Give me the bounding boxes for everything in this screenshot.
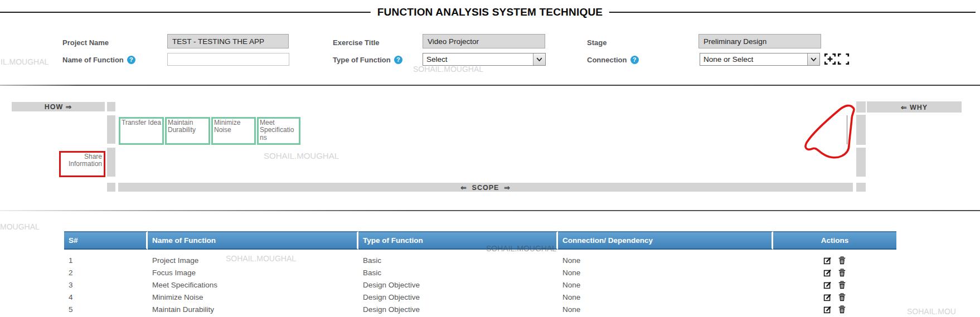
red-circle-annotation: [801, 104, 863, 160]
connection-cell: None: [558, 279, 773, 291]
name-of-function-label: Name of Function ?: [62, 56, 135, 64]
help-icon[interactable]: ?: [394, 56, 402, 64]
watermark: MOUGHAL: [0, 222, 40, 231]
add-connection-icon[interactable]: [824, 53, 836, 65]
diagram-divider: [0, 210, 980, 211]
table-row: 1 Project Image Basic None: [64, 250, 896, 266]
delete-icon[interactable]: [838, 281, 846, 289]
name-cell: Meet Specifications: [148, 279, 358, 291]
table-row: 3 Meet Specifications Design Objective N…: [64, 279, 896, 291]
table-row: 5 Maintain Durability Design Objective N…: [64, 303, 896, 315]
watermark: SOHAIL.MOUGHAL: [413, 65, 483, 74]
type-of-function-label: Type of Function ?: [333, 56, 402, 64]
name-cell: Focus Image: [148, 266, 358, 279]
delete-icon[interactable]: [838, 293, 846, 301]
left-scope-line-segment: [107, 183, 115, 192]
form-divider: [0, 85, 980, 86]
name-cell: Maintain Durability: [148, 303, 358, 315]
left-scope-line-segment: [107, 148, 115, 177]
actions-cell: [773, 279, 896, 291]
sn-cell: 5: [64, 303, 148, 315]
scope-bar: ⇐ SCOPE ⇒: [118, 183, 853, 192]
exercise-title-label: Exercise Title: [333, 38, 380, 47]
sn-cell: 2: [64, 266, 148, 279]
chevron-down-icon: [533, 53, 545, 65]
project-name-field[interactable]: [167, 34, 289, 48]
fast-app-page: FUNCTION ANALYSIS SYSTEM TECHNIQUE Proje…: [0, 0, 980, 317]
exercise-title-field[interactable]: [423, 34, 545, 48]
why-direction-bar: ⇐ WHY: [867, 101, 962, 113]
function-box[interactable]: Minimize Noise: [211, 117, 256, 145]
table-header-row: S# Name of Function Type of Function Con…: [64, 231, 896, 250]
edit-icon[interactable]: [823, 281, 832, 289]
chevron-down-icon: [807, 53, 819, 65]
actions-cell: [773, 291, 896, 303]
sn-cell: 4: [64, 291, 148, 303]
edit-icon[interactable]: [823, 256, 832, 265]
right-scope-line-segment: [856, 183, 866, 192]
type-cell: Design Objective: [358, 303, 558, 315]
share-information-box[interactable]: Share Information: [59, 151, 105, 177]
sn-cell: 1: [64, 250, 148, 266]
left-scope-line-segment: [107, 115, 115, 144]
connection-cell: None: [558, 266, 773, 279]
edit-icon[interactable]: [823, 305, 832, 314]
actions-cell: [773, 303, 896, 315]
page-title: FUNCTION ANALYSIS SYSTEM TECHNIQUE: [371, 6, 609, 18]
name-cell: Project Image: [148, 250, 358, 266]
watermark: SOHAIL.MOUGHAL: [264, 151, 339, 160]
left-scope-line-segment: [107, 102, 115, 111]
stage-label: Stage: [587, 38, 607, 47]
connection-cell: None: [558, 291, 773, 303]
connection-label: Connection ?: [587, 56, 639, 64]
edit-icon[interactable]: [823, 293, 832, 301]
help-icon[interactable]: ?: [630, 56, 639, 64]
delete-icon[interactable]: [838, 305, 846, 314]
delete-icon[interactable]: [838, 269, 846, 277]
stage-field[interactable]: [698, 34, 821, 48]
column-header-type: Type of Function: [358, 231, 558, 250]
edit-icon[interactable]: [823, 269, 832, 277]
capture-area-icon[interactable]: [837, 53, 850, 65]
delete-icon[interactable]: [838, 256, 846, 265]
select-value: Select: [423, 55, 533, 64]
connection-cell: None: [558, 250, 773, 266]
column-header-connection: Connection/ Dependency: [558, 231, 773, 250]
select-value: None or Select: [700, 55, 807, 64]
name-of-function-input[interactable]: [167, 53, 289, 66]
type-cell: Design Objective: [358, 279, 558, 291]
help-icon[interactable]: ?: [127, 56, 135, 64]
function-box[interactable]: Meet Specifications: [257, 117, 300, 145]
type-cell: Basic: [358, 266, 558, 279]
column-header-name: Name of Function: [148, 231, 358, 250]
connection-cell: None: [558, 303, 773, 315]
actions-cell: [773, 266, 896, 279]
project-name-label: Project Name: [62, 38, 109, 47]
functions-table: S# Name of Function Type of Function Con…: [64, 231, 896, 315]
table-row: 4 Minimize Noise Design Objective None: [64, 291, 896, 303]
actions-cell: [773, 250, 896, 266]
sn-cell: 3: [64, 279, 148, 291]
type-of-function-select[interactable]: Select: [423, 53, 546, 66]
function-box[interactable]: Transfer Idea: [119, 117, 164, 145]
how-direction-bar: HOW ⇒: [12, 102, 105, 111]
name-cell: Minimize Noise: [148, 291, 358, 303]
table-row: 2 Focus Image Basic None: [64, 266, 896, 279]
function-box[interactable]: Maintain Durability: [165, 117, 210, 145]
watermark: SOHAIL.MOU: [907, 307, 956, 316]
column-header-sn: S#: [64, 231, 148, 250]
type-cell: Design Objective: [358, 291, 558, 303]
watermark: IL.MOUGHAL: [1, 57, 48, 66]
type-cell: Basic: [358, 250, 558, 266]
column-header-actions: Actions: [773, 231, 896, 250]
connection-select[interactable]: None or Select: [700, 53, 820, 66]
